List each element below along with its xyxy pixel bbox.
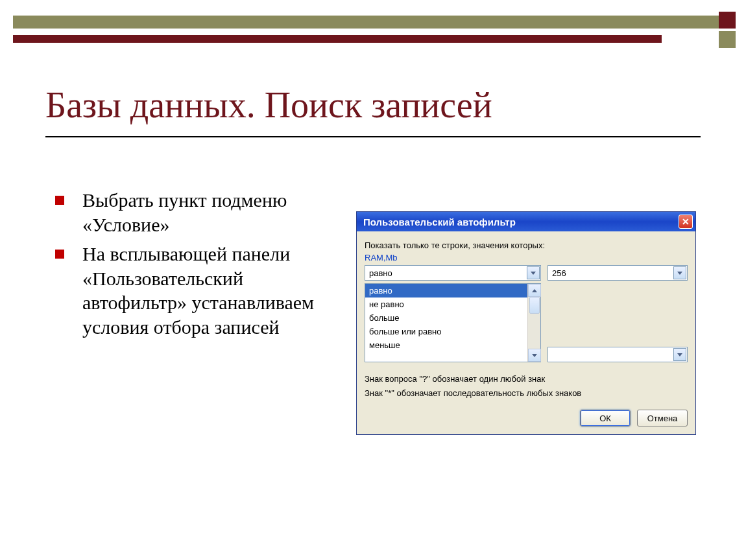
dropdown-button[interactable] (673, 266, 686, 279)
dropdown-option[interactable]: больше (365, 311, 527, 325)
autofilter-dialog: Пользовательский автофильтр ✕ Показать т… (356, 211, 696, 435)
decor-square-maroon (719, 12, 736, 29)
bullet-icon (55, 196, 64, 205)
operator-dropdown-list[interactable]: равно не равно больше больше или равно м… (365, 283, 541, 362)
condition-row-1: равно 256 (365, 265, 688, 281)
chevron-down-icon (532, 354, 537, 357)
bullet-text: На всплывающей панели «Пользовательский … (82, 242, 334, 339)
close-button[interactable]: ✕ (679, 215, 693, 229)
decor-bar-maroon (13, 35, 662, 43)
bullet-text: Выбрать пункт подменю «Условие» (82, 188, 334, 237)
value-text: 256 (552, 268, 566, 278)
button-row: ОК Отмена (365, 410, 688, 426)
list-item: На всплывающей панели «Пользовательский … (55, 242, 334, 339)
dropdown-option[interactable]: меньше (365, 338, 527, 352)
cancel-button[interactable]: Отмена (637, 410, 688, 426)
bullet-icon (55, 250, 64, 259)
dialog-titlebar[interactable]: Пользовательский автофильтр ✕ (357, 212, 695, 231)
dialog-body: Показать только те строки, значения кото… (357, 231, 695, 434)
field-label: RAM,Mb (365, 253, 688, 262)
dropdown-button[interactable] (673, 348, 686, 361)
decor-bar-olive (13, 16, 719, 29)
dialog-title: Пользовательский автофильтр (363, 216, 516, 228)
dropdown-option[interactable]: равно (365, 284, 527, 298)
hint-text-1: Знак вопроса "?" обозначает один любой з… (365, 373, 688, 386)
chevron-up-icon (532, 289, 537, 292)
operator-combo-1[interactable]: равно (365, 265, 541, 281)
dropdown-button[interactable] (527, 266, 540, 279)
bullet-list: Выбрать пункт подменю «Условие» На всплы… (55, 188, 334, 344)
scroll-down-button[interactable] (528, 349, 541, 362)
close-icon: ✕ (682, 216, 690, 227)
scrollbar[interactable] (527, 284, 540, 362)
scroll-up-button[interactable] (528, 284, 541, 297)
operator-value: равно (369, 268, 392, 278)
dropdown-option[interactable]: больше или равно (365, 325, 527, 338)
dropdown-option[interactable]: не равно (365, 298, 527, 311)
ok-button[interactable]: ОК (580, 410, 631, 426)
title-underline (45, 136, 701, 137)
decor-square-olive (719, 31, 736, 48)
chevron-down-icon (677, 353, 682, 356)
list-item: Выбрать пункт подменю «Условие» (55, 188, 334, 237)
scroll-thumb[interactable] (529, 297, 540, 314)
chevron-down-icon (677, 272, 682, 275)
chevron-down-icon (531, 272, 536, 275)
hint-text-2: Знак "*" обозначает последовательность л… (365, 387, 688, 400)
value-combo-1[interactable]: 256 (547, 265, 688, 281)
slide-title: Базы данных. Поиск записей (45, 84, 492, 126)
value-combo-2[interactable] (547, 347, 688, 362)
instruction-label: Показать только те строки, значения кото… (365, 240, 688, 250)
